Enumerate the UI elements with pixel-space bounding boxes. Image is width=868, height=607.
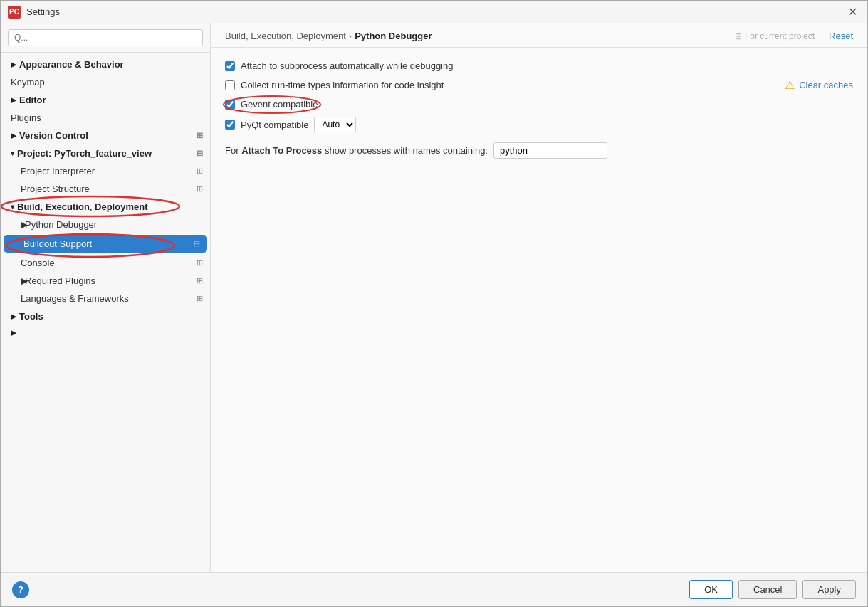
python-debugger-container: Buildout Support ⊞ [1,235,210,253]
search-input[interactable] [8,29,203,46]
build-exec-deploy-container: ▾ Build, Execution, Deployment [1,198,210,216]
chevron-right-icon: ▶ [11,60,16,68]
close-button[interactable]: ✕ [845,5,860,19]
sidebar: ▶ Appearance & Behavior Keymap ▶ Editor … [1,23,211,572]
breadcrumb-separator: › [349,31,352,41]
sidebar-item-python-debugger[interactable]: Buildout Support ⊞ [4,235,207,253]
option-pyqt: PyQt compatible Auto Yes No [225,117,853,132]
title-bar: PC Settings ✕ [1,1,867,23]
sidebar-item-build-exec-deploy[interactable]: ▾ Build, Execution, Deployment [1,198,210,216]
search-box [1,23,210,53]
settings-icon6: ⊞ [197,276,203,285]
title-bar-left: PC Settings [8,6,60,19]
option-collect-runtime: Collect run-time types information for c… [225,80,444,90]
attach-process-row: For Attach To Process show processes wit… [225,142,853,159]
sidebar-item-buildout-support[interactable]: Console ⊞ [1,254,210,272]
chevron-right-icon3: ▶ [11,132,16,139]
footer-left: ? [12,581,29,598]
project-scope-icon: ⊟ [735,31,742,41]
panel-body: Attach to subprocess automatically while… [211,48,867,572]
apply-button[interactable]: Apply [802,580,856,599]
settings-icon5: ⊞ [197,258,203,268]
sidebar-item-project-structure[interactable]: Project Structure ⊞ [1,180,210,198]
breadcrumb: Build, Execution, Deployment › Python De… [225,31,432,41]
footer: ? OK Cancel Apply [1,572,867,606]
collect-runtime-label: Collect run-time types information for c… [241,80,444,90]
sidebar-item-keymap[interactable]: Keymap [1,73,210,91]
sidebar-item-project[interactable]: ▾ Project: PyTorch_feature_view ⊟ [1,144,210,162]
settings-dialog: PC Settings ✕ ▶ Appearance & Behavior Ke… [0,0,868,607]
settings-icon4: ⊞ [194,239,200,248]
chevron-right-icon7: ▶ [11,329,16,337]
reset-link[interactable]: Reset [829,31,853,41]
warning-row: ⚠ Clear caches [785,78,853,92]
attach-subprocess-checkbox[interactable] [225,61,235,71]
sidebar-item-languages[interactable]: ▶ Tools [1,307,210,325]
collect-runtime-row: Collect run-time types information for c… [225,78,853,92]
app-icon: PC [8,6,21,19]
pyqt-dropdown[interactable]: Auto Yes No [314,117,356,132]
for-current-project-label: ⊟ For current project [735,31,815,41]
cancel-button[interactable]: Cancel [738,580,797,599]
sidebar-item-tools[interactable]: ▶ [1,325,210,340]
option-attach-subprocess: Attach to subprocess automatically while… [225,60,853,71]
chevron-down-icon: ▾ [11,149,14,157]
attach-process-label: For Attach To Process show processes wit… [225,145,488,156]
sidebar-item-appearance[interactable]: ▶ Appearance & Behavior [1,56,210,73]
gevent-label: Gevent compatible [241,99,318,110]
chevron-down-icon2: ▾ [11,203,14,211]
footer-right: OK Cancel Apply [689,580,856,599]
clear-caches-link[interactable]: Clear caches [799,80,853,90]
settings-icon2: ⊞ [197,167,203,176]
sidebar-item-editor[interactable]: ▶ Editor [1,91,210,109]
sidebar-item-project-interpreter[interactable]: Project Interpreter ⊞ [1,162,210,180]
right-panel: Build, Execution, Deployment › Python De… [211,23,867,572]
attach-process-input[interactable] [493,142,607,159]
panel-header: Build, Execution, Deployment › Python De… [211,23,867,48]
chevron-right-icon2: ▶ [11,96,16,104]
attach-subprocess-label: Attach to subprocess automatically while… [241,60,453,71]
main-content: ▶ Appearance & Behavior Keymap ▶ Editor … [1,23,867,572]
ok-button[interactable]: OK [689,580,733,599]
pyqt-label: PyQt compatible [241,120,308,130]
sidebar-item-console[interactable]: ▶ Required Plugins ⊞ [1,272,210,290]
sidebar-item-debugger[interactable]: ▶ Python Debugger [1,216,210,233]
settings-icon7: ⊞ [197,294,203,303]
settings-icon3: ⊞ [197,184,203,194]
gevent-checkbox[interactable] [225,100,235,110]
gevent-row-container: Gevent compatible [225,99,318,110]
sidebar-item-plugins[interactable]: Plugins [1,109,210,127]
project-icon: ⊟ [197,149,203,158]
pyqt-checkbox[interactable] [225,120,235,130]
dialog-title: Settings [26,6,60,17]
nav-list: ▶ Appearance & Behavior Keymap ▶ Editor … [1,53,210,572]
help-button[interactable]: ? [12,581,29,598]
sidebar-item-required-plugins[interactable]: Languages & Frameworks ⊞ [1,290,210,307]
warning-icon: ⚠ [785,78,795,92]
chevron-right-icon6: ▶ [11,312,16,320]
collect-runtime-checkbox[interactable] [225,80,235,90]
settings-icon: ⊞ [197,131,203,140]
option-gevent: Gevent compatible [225,99,318,110]
sidebar-item-version-control[interactable]: ▶ Version Control ⊞ [1,127,210,144]
